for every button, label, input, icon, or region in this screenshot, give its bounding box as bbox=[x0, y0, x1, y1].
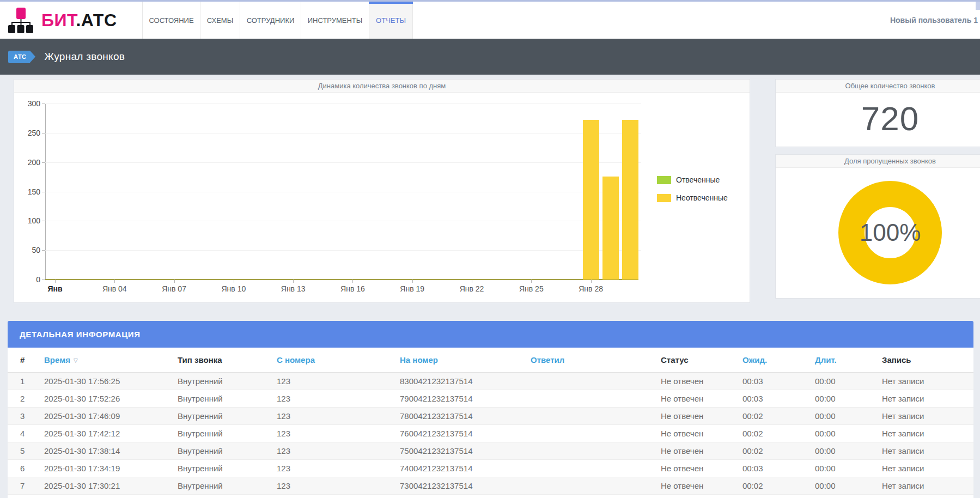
cell-answered bbox=[530, 373, 660, 390]
table-row-8[interactable]: 82025-01-30 17:25:30Внутренний1237200421… bbox=[8, 495, 973, 498]
sort-desc-icon: ▽ bbox=[74, 357, 78, 363]
cell-type: Внутренний bbox=[177, 442, 276, 460]
cell-n: 2 bbox=[8, 390, 44, 408]
cell-wait: 00:03 bbox=[742, 460, 814, 477]
cell-answered bbox=[530, 477, 660, 495]
page-title: Журнал звонков bbox=[45, 51, 125, 63]
y-tick-200 bbox=[42, 162, 45, 163]
y-tick-label-100: 100 bbox=[19, 217, 40, 224]
cell-record: Нет записи bbox=[881, 442, 973, 460]
total-calls-card: Общее количество звонков 720 bbox=[775, 79, 980, 147]
y-tick-300 bbox=[42, 104, 45, 104]
cell-wait: 00:02 bbox=[742, 477, 814, 495]
y-tick-label-50: 50 bbox=[19, 246, 40, 254]
x-tick-label-25: Янв 25 bbox=[519, 284, 544, 293]
x-tick-label-7: Янв 07 bbox=[162, 284, 186, 293]
col-header-9[interactable]: Длит. bbox=[814, 348, 881, 373]
cell-n: 4 bbox=[8, 425, 44, 442]
y-tick-100 bbox=[42, 221, 45, 221]
cell-dur: 00:00 bbox=[814, 495, 881, 498]
current-user-menu[interactable]: Новый пользователь 1 bbox=[890, 2, 980, 39]
nav-tab-3[interactable]: СОТРУДНИКИ bbox=[240, 2, 301, 39]
x-tick-25 bbox=[531, 280, 532, 283]
col-header-4[interactable]: С номера bbox=[276, 348, 399, 373]
nav-tab-2[interactable]: СХЕМЫ bbox=[200, 2, 240, 39]
cell-n: 6 bbox=[8, 460, 44, 477]
nav-tab-4[interactable]: ИНСТРУМЕНТЫ bbox=[301, 2, 369, 39]
cell-n: 5 bbox=[8, 442, 44, 460]
cell-status: Не отвечен bbox=[660, 408, 742, 425]
cell-wait: 00:03 bbox=[742, 390, 814, 408]
cell-to: 7300421232137514 bbox=[399, 477, 530, 495]
nav-tab-1[interactable]: СОСТОЯНИЕ bbox=[143, 2, 200, 39]
x-tick-4 bbox=[114, 280, 115, 283]
legend-item-2[interactable]: Неотвеченные bbox=[657, 193, 728, 202]
missed-share-title: Доля пропущенных звонков bbox=[776, 155, 980, 168]
gridline-200 bbox=[45, 162, 641, 163]
cell-n: 7 bbox=[8, 477, 44, 495]
x-tick-10 bbox=[234, 280, 234, 283]
x-tick-1 bbox=[55, 280, 56, 283]
cell-status: Не отвечен bbox=[660, 477, 742, 495]
total-calls-value: 720 bbox=[776, 99, 980, 138]
x-tick-label-19: Янв 19 bbox=[400, 284, 424, 293]
col-header-2[interactable]: Время▽ bbox=[44, 348, 177, 373]
cell-dur: 00:00 bbox=[814, 477, 881, 495]
col-header-7: Статус bbox=[660, 348, 742, 373]
nav-tab-5[interactable]: ОТЧЕТЫ bbox=[369, 2, 413, 39]
cell-from: 123 bbox=[276, 477, 399, 495]
missed-share-donut: 100% bbox=[838, 181, 942, 284]
y-tick-label-0: 0 bbox=[19, 276, 40, 283]
legend-label-2: Неотвеченные bbox=[676, 193, 728, 202]
bar-Неотвеченные-day30[interactable] bbox=[622, 120, 638, 280]
calls-dynamics-chart-panel: Динамика количества звонков по дням Отве… bbox=[14, 79, 750, 303]
brand-logo[interactable]: БИТ.АТС bbox=[0, 2, 142, 39]
cell-dur: 00:00 bbox=[814, 425, 881, 442]
cell-time: 2025-01-30 17:30:21 bbox=[44, 477, 177, 495]
gridline-300 bbox=[45, 104, 641, 104]
top-navbar: БИТ.АТС СОСТОЯНИЕСХЕМЫСОТРУДНИКИИНСТРУМЕ… bbox=[0, 2, 980, 39]
col-header-5[interactable]: На номер bbox=[399, 348, 530, 373]
scrollbar-thumb[interactable] bbox=[976, 2, 980, 10]
table-row-1[interactable]: 12025-01-30 17:56:25Внутренний1238300421… bbox=[8, 373, 973, 390]
cell-to: 7600421232137514 bbox=[399, 425, 530, 442]
table-row-3[interactable]: 32025-01-30 17:46:09Внутренний1237800421… bbox=[8, 408, 973, 425]
cell-type: Внутренний bbox=[177, 408, 276, 425]
col-header-6[interactable]: Ответил bbox=[530, 348, 660, 373]
cell-dur: 00:00 bbox=[814, 408, 881, 425]
table-row-2[interactable]: 22025-01-30 17:52:26Внутренний1237900421… bbox=[8, 390, 973, 408]
brand-name-primary: БИТ bbox=[41, 10, 76, 30]
atc-breadcrumb-badge[interactable]: АТС bbox=[8, 51, 30, 63]
cell-time: 2025-01-30 17:56:25 bbox=[44, 373, 177, 390]
legend-item-1[interactable]: Отвеченные bbox=[657, 175, 728, 184]
cell-type: Внутренний bbox=[177, 460, 276, 477]
gridline-50 bbox=[45, 250, 641, 251]
cell-record: Нет записи bbox=[881, 373, 973, 390]
bar-Неотвеченные-day29[interactable] bbox=[602, 177, 619, 280]
cell-dur: 00:00 bbox=[814, 460, 881, 477]
cell-answered bbox=[530, 390, 660, 408]
table-row-7[interactable]: 72025-01-30 17:30:21Внутренний1237300421… bbox=[8, 477, 973, 495]
cell-status: Не отвечен bbox=[660, 495, 742, 498]
table-row-6[interactable]: 62025-01-30 17:34:19Внутренний1237400421… bbox=[8, 460, 973, 477]
y-tick-50 bbox=[42, 250, 45, 251]
x-tick-label-22: Янв 22 bbox=[460, 284, 484, 293]
missed-share-donut-wrap: 100% bbox=[776, 181, 980, 284]
cell-wait: 00:02 bbox=[742, 495, 814, 498]
total-calls-title: Общее количество звонков bbox=[776, 80, 980, 93]
cell-answered bbox=[530, 442, 660, 460]
x-tick-label-28: Янв 28 bbox=[579, 284, 603, 293]
cell-from: 123 bbox=[276, 373, 399, 390]
legend-label-1: Отвеченные bbox=[676, 175, 720, 184]
bar-Неотвеченные-day28[interactable] bbox=[583, 120, 599, 280]
cell-time: 2025-01-30 17:25:30 bbox=[44, 495, 177, 498]
x-tick-label-13: Янв 13 bbox=[281, 284, 306, 293]
cell-record: Нет записи bbox=[881, 390, 973, 408]
table-row-4[interactable]: 42025-01-30 17:42:12Внутренний1237600421… bbox=[8, 425, 973, 442]
cell-answered bbox=[530, 495, 660, 498]
col-header-8[interactable]: Ожид. bbox=[742, 348, 814, 373]
cell-record: Нет записи bbox=[881, 425, 973, 442]
col-header-1: # bbox=[8, 348, 44, 373]
x-tick-13 bbox=[293, 280, 294, 283]
table-row-5[interactable]: 52025-01-30 17:38:14Внутренний1237500421… bbox=[8, 442, 973, 460]
